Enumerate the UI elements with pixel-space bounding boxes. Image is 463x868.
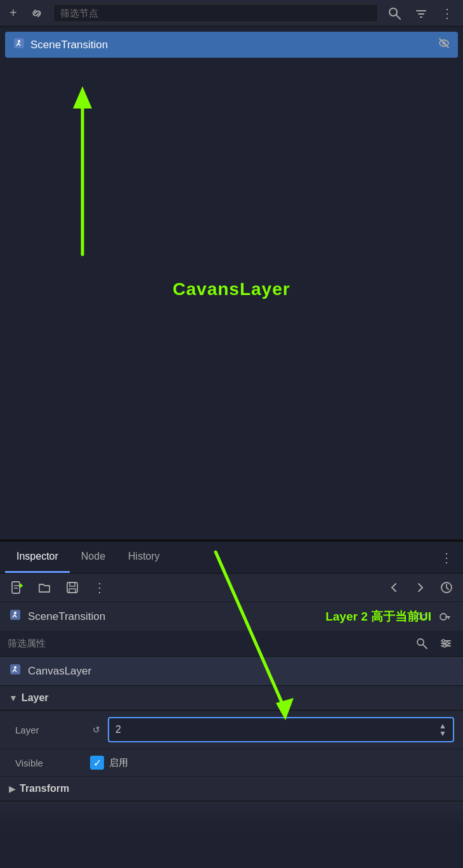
next-icon [414, 582, 426, 593]
svg-marker-11 [73, 86, 92, 109]
layer-group-name: Layer [22, 692, 49, 704]
filter-button[interactable] [411, 5, 431, 22]
tab-more-button[interactable]: ⋮ [435, 544, 458, 572]
search-icon [388, 6, 401, 20]
new-file-button[interactable] [6, 579, 27, 596]
node-type-name: SceneTransition [28, 610, 105, 623]
svg-rect-4 [420, 16, 422, 18]
scene-node-name: SceneTransition [30, 39, 433, 51]
check-mark: ✓ [93, 757, 101, 769]
search-button[interactable] [384, 5, 405, 22]
section-icon [9, 663, 22, 679]
svg-rect-21 [10, 610, 20, 620]
layer-reset-button[interactable]: ↺ [90, 725, 103, 735]
tab-bar: Inspector Node History ⋮ [0, 542, 463, 574]
layer-chevron: ▼ [9, 693, 18, 703]
filter-input[interactable] [53, 4, 378, 22]
filter-label: 筛选属性 [8, 638, 407, 650]
top-toolbar: + ⋮ [0, 0, 463, 27]
tab-history[interactable]: History [117, 542, 171, 573]
filter-settings-icon [440, 637, 452, 650]
tab-node[interactable]: Node [70, 542, 117, 573]
transform-group-header[interactable]: ▶ Transform [0, 777, 463, 801]
svg-point-22 [14, 612, 16, 614]
svg-rect-2 [416, 10, 426, 11]
svg-point-6 [18, 40, 20, 43]
node-type-svg [9, 608, 22, 621]
svg-rect-34 [10, 664, 20, 674]
transform-chevron: ▶ [9, 784, 16, 794]
filter-settings-button[interactable] [436, 636, 455, 651]
filter-icon [414, 6, 428, 20]
filter-search-icon [415, 637, 428, 650]
key-icon [438, 610, 451, 623]
new-file-icon [10, 581, 23, 595]
next-button[interactable] [411, 581, 429, 595]
tab-inspector[interactable]: Inspector [5, 542, 70, 573]
bottom-panel: Inspector Node History ⋮ [0, 541, 463, 827]
svg-rect-18 [70, 582, 75, 586]
scene-node-icon [13, 37, 25, 49]
svg-rect-12 [12, 582, 20, 593]
inspector-toolbar: ⋮ [0, 574, 463, 602]
node-icon [13, 37, 25, 53]
key-button[interactable] [435, 609, 454, 624]
svg-line-27 [423, 645, 427, 648]
svg-point-32 [446, 642, 448, 645]
prev-icon [389, 582, 400, 593]
section-header: CanvasLayer [0, 657, 463, 686]
bottom-fade [0, 801, 463, 827]
history-button[interactable] [436, 579, 457, 596]
svg-point-31 [442, 640, 445, 642]
scene-node-row[interactable]: SceneTransition [5, 32, 458, 58]
more-inspector-button[interactable]: ⋮ [90, 579, 109, 596]
eye-icon[interactable] [438, 37, 450, 53]
node-type-icon [9, 608, 22, 624]
visible-prop-row: Visible ✓ 启用 [0, 749, 463, 777]
canvas-layer-icon [9, 663, 22, 676]
svg-point-33 [443, 645, 446, 647]
filter-search-button[interactable] [412, 636, 431, 651]
svg-point-0 [389, 8, 397, 16]
layer-group-header[interactable]: ▼ Layer [0, 686, 463, 711]
link-icon [30, 6, 44, 20]
layer-badge: Layer 2 高于当前UI [325, 608, 431, 625]
svg-rect-5 [14, 38, 24, 48]
link-button[interactable] [27, 5, 47, 22]
svg-point-35 [14, 666, 16, 669]
save-button[interactable] [62, 579, 82, 596]
history-icon [440, 581, 453, 595]
filter-row: 筛选属性 [0, 631, 463, 657]
svg-line-1 [396, 15, 400, 19]
node-header: SceneTransition Layer 2 高于当前UI DOC [0, 602, 463, 631]
svg-rect-3 [418, 13, 424, 15]
svg-rect-19 [69, 589, 75, 593]
canvas-area: CavansLayer [0, 58, 463, 521]
layer-input[interactable]: 2 ▲ ▼ [108, 717, 454, 742]
layer-prop-row: Layer ↺ 2 ▲ ▼ [0, 711, 463, 749]
prev-button[interactable] [386, 581, 403, 595]
open-file-icon [37, 581, 51, 595]
add-button[interactable]: + [6, 4, 20, 22]
canvas-label: CavansLayer [173, 279, 290, 299]
checkbox-area: ✓ 启用 [90, 756, 128, 770]
more-button[interactable]: ⋮ [438, 4, 457, 22]
section-name: CanvasLayer [28, 665, 91, 678]
visible-label: Visible [15, 758, 85, 768]
save-icon [65, 581, 79, 595]
checkbox-text: 启用 [109, 757, 128, 769]
scene-panel: SceneTransition CavansLayer [0, 27, 463, 541]
visibility-icon [438, 37, 450, 49]
open-file-button[interactable] [34, 579, 55, 596]
layer-prop-label: Layer [15, 725, 85, 735]
transform-group-name: Transform [20, 783, 69, 794]
checkbox-box[interactable]: ✓ [90, 756, 104, 770]
spin-arrows[interactable]: ▲ ▼ [439, 722, 447, 737]
layer-prop-container: Layer ↺ 2 ▲ ▼ [0, 711, 463, 749]
